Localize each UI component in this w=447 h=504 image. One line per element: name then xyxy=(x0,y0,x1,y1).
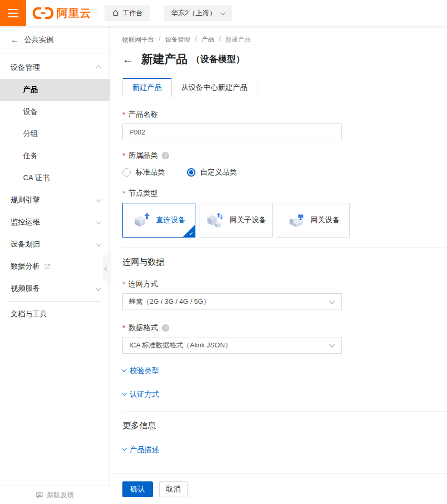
breadcrumb-iot-platform[interactable]: 物联网平台 xyxy=(122,35,154,44)
verify-type-toggle[interactable]: 校验类型 xyxy=(122,366,159,376)
sidebar-group-label: 设备划归 xyxy=(11,240,40,249)
tab-new-product[interactable]: 新建产品 xyxy=(122,78,172,97)
auth-mode-toggle[interactable]: 认证方式 xyxy=(122,390,159,399)
main-layout: ← 公共实例 设备管理 产品 设备 分组 任务 CA 证书 xyxy=(0,26,447,504)
network-section-title: 连网与数据 xyxy=(122,257,447,268)
sidebar-item-label: 设备 xyxy=(23,107,38,117)
radio-custom-category[interactable]: 自定义品类 xyxy=(187,168,237,177)
required-marker: * xyxy=(122,189,125,198)
sidebar-item-product[interactable]: 产品 xyxy=(0,79,110,101)
auth-mode-label: 认证方式 xyxy=(130,390,159,399)
sidebar-item-docs-tools[interactable]: 文档与工具 xyxy=(0,303,110,325)
gateway-device-icon xyxy=(287,212,306,229)
node-card-gateway-sub-device[interactable]: 网关子设备 xyxy=(200,203,273,238)
help-icon[interactable]: ? xyxy=(162,152,169,159)
top-header: 阿里云 工作台 华东2（上海） xyxy=(0,0,447,26)
sidebar-back-label: 公共实例 xyxy=(24,35,54,45)
workbench-label: 工作台 xyxy=(122,8,143,18)
page-title-row: ← 新建产品 （设备模型） xyxy=(122,51,447,67)
sidebar-group-video-service[interactable]: 视频服务 xyxy=(0,277,110,300)
radio-label: 自定义品类 xyxy=(200,168,237,177)
chevron-down-icon xyxy=(96,197,101,202)
gateway-sub-device-icon xyxy=(206,212,225,229)
page-title: 新建产品 xyxy=(141,52,188,67)
sidebar-item-data-analytics[interactable]: 数据分析 xyxy=(0,255,110,277)
sidebar-item-label: 文档与工具 xyxy=(11,310,47,319)
product-name-label-row: * 产品名称 xyxy=(122,110,447,119)
required-marker: * xyxy=(122,324,125,332)
feedback-button[interactable]: 新版反馈 xyxy=(0,486,110,504)
chevron-down-icon xyxy=(329,298,335,304)
help-icon[interactable]: ? xyxy=(162,324,169,332)
tab-bar: 新建产品 从设备中心新建产品 xyxy=(122,78,447,97)
network-mode-select[interactable]: 蜂窝（2G / 3G / 4G / 5G） xyxy=(122,293,342,310)
form-footer: 确认 取消 xyxy=(110,474,447,504)
network-mode-label: 连网方式 xyxy=(128,280,158,289)
product-name-label: 产品名称 xyxy=(128,110,158,119)
breadcrumb-new-product: 新建产品 xyxy=(225,35,251,44)
category-label-row: * 所属品类 ? xyxy=(122,151,447,160)
network-mode-label-row: * 连网方式 xyxy=(122,280,447,289)
data-format-value: ICA 标准数据格式（Alink JSON） xyxy=(129,341,232,350)
breadcrumb-device-management[interactable]: 设备管理 xyxy=(165,35,190,44)
content-area: 物联网平台 / 设备管理 / 产品 / 新建产品 ← 新建产品 （设备模型） 新… xyxy=(110,26,447,504)
breadcrumb-product[interactable]: 产品 xyxy=(202,35,214,44)
verify-type-label: 校验类型 xyxy=(130,366,159,376)
chevron-up-icon xyxy=(96,65,101,70)
region-label: 华东2（上海） xyxy=(171,8,216,18)
confirm-button[interactable]: 确认 xyxy=(122,481,153,497)
breadcrumb-separator: / xyxy=(195,35,196,44)
category-radio-group: 标准品类 自定义品类 xyxy=(122,168,447,177)
node-card-direct-device[interactable]: 直连设备 ✓ xyxy=(122,203,195,238)
page-back-icon[interactable]: ← xyxy=(122,53,133,66)
sidebar-group-label: 设备管理 xyxy=(11,63,40,73)
section-divider xyxy=(122,411,447,412)
sidebar-item-group[interactable]: 分组 xyxy=(0,123,110,145)
node-card-label: 直连设备 xyxy=(156,215,185,225)
sidebar-item-task[interactable]: 任务 xyxy=(0,145,110,167)
required-marker: * xyxy=(122,110,125,119)
tab-new-from-device-center[interactable]: 从设备中心新建产品 xyxy=(172,78,257,97)
cancel-button[interactable]: 取消 xyxy=(159,481,188,497)
home-icon xyxy=(112,9,119,17)
sidebar-group-label: 规则引擎 xyxy=(11,196,40,205)
sidebar-group-device-management[interactable]: 设备管理 xyxy=(0,57,110,79)
sidebar-divider xyxy=(8,301,101,302)
data-format-label-row: * 数据格式 ? xyxy=(122,323,447,333)
sidebar-group-device-assignment[interactable]: 设备划归 xyxy=(0,233,110,255)
radio-icon[interactable] xyxy=(122,168,131,177)
sidebar-group-monitoring-ops[interactable]: 监控运维 xyxy=(0,211,110,233)
external-link-icon xyxy=(44,263,50,270)
radio-standard-category[interactable]: 标准品类 xyxy=(122,168,165,177)
region-selector[interactable]: 华东2（上海） xyxy=(164,5,232,21)
aliyun-logo-text: 阿里云 xyxy=(57,6,91,20)
sidebar-back-instance[interactable]: ← 公共实例 xyxy=(0,26,110,54)
sidebar-item-ca-cert[interactable]: CA 证书 xyxy=(0,167,110,189)
radio-checked-icon[interactable] xyxy=(187,168,195,177)
workbench-button[interactable]: 工作台 xyxy=(105,5,150,21)
chevron-down-icon xyxy=(221,10,226,15)
page-subtitle: （设备模型） xyxy=(191,53,245,65)
required-marker: * xyxy=(122,151,125,160)
product-name-input[interactable] xyxy=(122,124,342,140)
data-format-select[interactable]: ICA 标准数据格式（Alink JSON） xyxy=(122,337,342,354)
chevron-down-icon xyxy=(96,219,101,224)
feedback-label: 新版反馈 xyxy=(47,490,74,500)
hamburger-menu-icon[interactable] xyxy=(0,0,26,26)
category-label: 所属品类 xyxy=(128,151,158,160)
product-desc-label: 产品描述 xyxy=(130,445,159,455)
sidebar-group-label: 视频服务 xyxy=(11,284,40,293)
sidebar-group-label: 数据分析 xyxy=(11,262,40,271)
aliyun-logo[interactable]: 阿里云 xyxy=(33,6,91,20)
required-marker: * xyxy=(122,280,125,289)
sidebar-group-rules-engine[interactable]: 规则引擎 xyxy=(0,189,110,211)
check-icon: ✓ xyxy=(189,230,194,237)
direct-device-icon xyxy=(132,212,151,229)
node-card-gateway-device[interactable]: 网关设备 xyxy=(277,203,350,238)
node-card-label: 网关子设备 xyxy=(230,215,266,225)
sidebar-item-device[interactable]: 设备 xyxy=(0,101,110,123)
chevron-left-icon xyxy=(105,266,110,271)
section-divider xyxy=(122,248,447,248)
node-type-label: 节点类型 xyxy=(128,189,158,198)
product-desc-toggle[interactable]: 产品描述 xyxy=(122,445,159,455)
